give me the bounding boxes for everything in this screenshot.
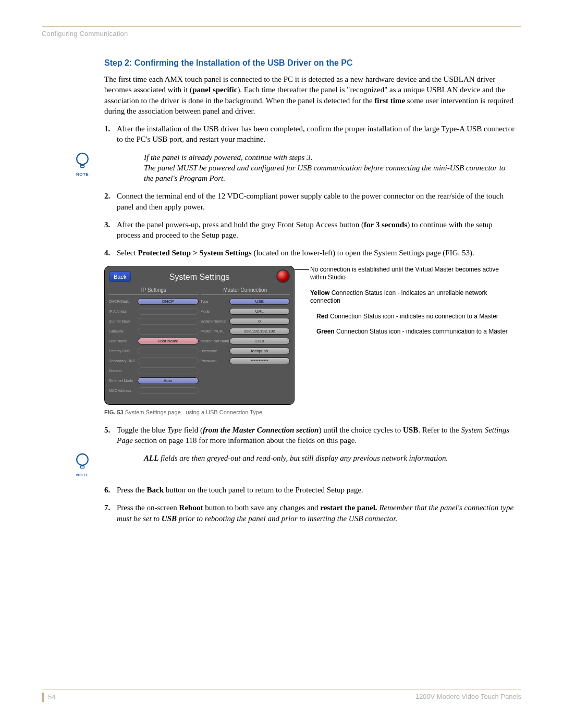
note-block: NOTE If the panel is already powered, co… — [42, 152, 516, 184]
footer-doc-title: 1200V Modero Video Touch Panels — [415, 693, 521, 702]
list-item: 6. Press the Back button on the touch pa… — [104, 485, 516, 495]
note1-line1: If the panel is already powered, continu… — [144, 153, 312, 162]
intro-bold-1: panel specific — [192, 85, 237, 94]
page-number: 54 — [42, 693, 55, 702]
figure-caption-text: System Settings page - using a USB Conne… — [124, 409, 262, 415]
ip-address-field[interactable] — [138, 308, 199, 315]
system-settings-screenshot: Back System Settings IP Settings DHCP/St… — [104, 266, 295, 405]
screenshot-titlebar: Back System Settings — [109, 270, 290, 284]
ordered-list: 1. After the installation of the USB dri… — [104, 124, 516, 145]
hostname-field[interactable]: Host Name — [138, 338, 199, 344]
list-body: Press the on-screen Reboot button to bot… — [117, 502, 516, 524]
list-number: 1. — [104, 124, 117, 145]
figure-block: Back System Settings IP Settings DHCP/St… — [104, 266, 516, 405]
list-body: After the installation of the USB driver… — [117, 124, 516, 145]
ordered-list-2: 2.Connect the terminal end of the 12 VDC… — [104, 191, 516, 258]
gateway-field[interactable] — [138, 328, 199, 335]
note-text: ALL fields are then greyed-out and read-… — [144, 453, 516, 463]
note-label: NOTE — [76, 473, 89, 477]
svg-point-0 — [77, 153, 88, 165]
system-number-field[interactable]: 0 — [229, 318, 290, 325]
top-rule — [42, 26, 521, 27]
note-label: NOTE — [76, 172, 89, 177]
screenshot-title: System Settings — [169, 273, 230, 282]
ordered-list-4: 6. Press the Back button on the touch pa… — [104, 485, 516, 524]
master-ip-field[interactable]: 192.192.192.192 — [229, 328, 290, 335]
page-footer: 54 1200V Modero Video Touch Panels — [42, 689, 521, 702]
subnet-field[interactable] — [138, 318, 199, 325]
list-body: Toggle the blue Type field (from the Mas… — [117, 425, 516, 446]
dhcp-field[interactable]: DHCP — [138, 298, 199, 305]
list-item: 1. After the installation of the USB dri… — [104, 124, 516, 145]
svg-point-2 — [77, 454, 88, 465]
lightbulb-icon — [73, 453, 92, 472]
lightbulb-icon — [73, 152, 92, 171]
back-button[interactable]: Back — [109, 272, 131, 282]
type-field[interactable]: USB — [229, 298, 290, 305]
callout: Red Connection Status icon - indicates n… — [316, 313, 516, 321]
master-port-field[interactable]: 1319 — [229, 338, 290, 344]
list-item: 2.Connect the terminal end of the 12 VDC… — [104, 191, 516, 212]
list-body: Select Protected Setup > System Settings… — [117, 248, 516, 258]
svg-rect-1 — [80, 165, 84, 167]
ip-settings-column: IP Settings DHCP/StaticDHCP IP Address S… — [109, 287, 199, 397]
list-item: 4. Select Protected Setup > System Setti… — [104, 248, 516, 258]
dns1-field[interactable] — [138, 348, 199, 354]
list-body: After the panel powers-up, press and hol… — [117, 219, 516, 241]
list-item: 5. Toggle the blue Type field (from the … — [104, 425, 516, 446]
mac-field[interactable] — [138, 387, 199, 394]
dns2-field[interactable] — [138, 357, 199, 364]
screenshot-columns: IP Settings DHCP/StaticDHCP IP Address S… — [109, 287, 290, 397]
master-connection-column: Master Connection TypeUSB ModeURL System… — [201, 287, 290, 397]
intro-paragraph: The first time each AMX touch panel is c… — [104, 74, 516, 116]
figure-callouts: No connection is established until the V… — [310, 266, 516, 344]
list-body: Press the Back button on the touch panel… — [117, 485, 516, 495]
callout: Yellow Connection Status icon - indicate… — [310, 289, 516, 305]
note-icon: NOTE — [67, 453, 98, 477]
main-content: Step 2: Confirming the Installation of t… — [104, 58, 516, 524]
ethernet-mode-field[interactable]: Auto — [138, 377, 199, 384]
list-item: 3. After the panel powers-up, press and … — [104, 219, 516, 241]
note1-line2: The panel MUST be powered and configured… — [144, 164, 505, 182]
intro-bold-2: first time — [374, 96, 405, 105]
list-body: Connect the terminal end of the 12 VDC-c… — [117, 191, 516, 212]
note-text: If the panel is already powered, continu… — [144, 152, 516, 184]
mode-field[interactable]: URL — [229, 308, 290, 315]
figure-number: FIG. 53 — [104, 409, 124, 415]
username-field[interactable]: techpubs — [229, 348, 290, 354]
figure-caption: FIG. 53 System Settings page - using a U… — [104, 409, 516, 415]
list-item: 7. Press the on-screen Reboot button to … — [104, 502, 516, 524]
note-block-2: NOTE ALL fields are then greyed-out and … — [42, 453, 516, 477]
password-field[interactable]: *********** — [229, 357, 290, 364]
running-header: Configuring Communication — [42, 30, 521, 38]
column-header: Master Connection — [201, 287, 290, 295]
ordered-list-3: 5. Toggle the blue Type field (from the … — [104, 425, 516, 446]
domain-field[interactable] — [138, 367, 199, 374]
svg-rect-3 — [80, 466, 84, 468]
callout: Green Connection Status icon - indicates… — [316, 328, 516, 336]
callout: No connection is established until the V… — [310, 266, 516, 282]
section-heading: Step 2: Confirming the Installation of t… — [104, 58, 516, 68]
column-header: IP Settings — [109, 287, 199, 295]
connection-status-icon — [276, 269, 290, 283]
note-icon: NOTE — [67, 152, 98, 177]
